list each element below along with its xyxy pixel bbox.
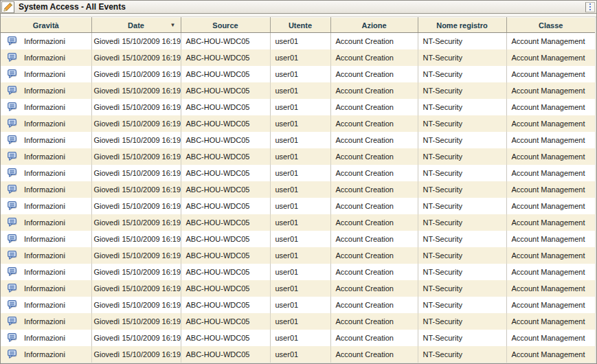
events-table-header-row: GravitàDate▼SourceUtenteAzioneNome regis… xyxy=(1,18,595,33)
information-bubble-icon xyxy=(6,201,18,211)
cell-classe: Account Management xyxy=(506,33,595,49)
cell-utente: user01 xyxy=(270,264,330,280)
cell-gravita: Informazioni xyxy=(1,66,91,82)
cell-utente: user01 xyxy=(270,346,330,363)
table-row[interactable]: InformazioniGiovedì 15/10/2009 16:19:ABC… xyxy=(1,198,595,214)
information-bubble-icon xyxy=(6,283,18,293)
cell-gravita: Informazioni xyxy=(1,264,91,280)
cell-classe: Account Management xyxy=(506,198,595,214)
severity-cell-content: Informazioni xyxy=(5,283,91,293)
severity-label: Informazioni xyxy=(24,218,65,227)
severity-label: Informazioni xyxy=(24,334,65,342)
table-row[interactable]: InformazioniGiovedì 15/10/2009 16:19:ABC… xyxy=(1,132,595,148)
information-bubble-icon xyxy=(6,135,18,145)
column-header-classe[interactable]: Classe xyxy=(506,18,595,33)
severity-cell-content: Informazioni xyxy=(5,85,91,95)
personalize-view-button[interactable] xyxy=(1,1,14,13)
cell-source: ABC-HOU-WDC05 xyxy=(181,346,270,363)
table-row[interactable]: InformazioniGiovedì 15/10/2009 16:19:ABC… xyxy=(1,280,595,297)
cell-azione: Account Creation xyxy=(330,313,418,330)
cell-gravita: Informazioni xyxy=(1,346,91,363)
severity-label: Informazioni xyxy=(24,284,65,293)
severity-label: Informazioni xyxy=(24,317,65,326)
cell-utente: user01 xyxy=(270,99,330,115)
page-title: System Access - All Events xyxy=(19,2,126,12)
severity-cell-content: Informazioni xyxy=(5,217,91,227)
cell-classe: Account Management xyxy=(506,330,595,346)
table-row[interactable]: InformazioniGiovedì 15/10/2009 16:19:ABC… xyxy=(1,214,595,231)
severity-label: Informazioni xyxy=(24,136,65,144)
cell-azione: Account Creation xyxy=(330,198,418,214)
cell-gravita: Informazioni xyxy=(1,99,91,115)
cell-date: Giovedì 15/10/2009 16:19: xyxy=(91,148,181,165)
cell-azione: Account Creation xyxy=(330,247,418,264)
cell-nome_registro: NT-Security xyxy=(418,231,506,247)
cell-utente: user01 xyxy=(270,247,330,264)
cell-source: ABC-HOU-WDC05 xyxy=(181,132,270,148)
cell-gravita: Informazioni xyxy=(1,132,91,148)
table-row[interactable]: InformazioniGiovedì 15/10/2009 16:19:ABC… xyxy=(1,49,595,66)
cell-utente: user01 xyxy=(270,198,330,214)
cell-source: ABC-HOU-WDC05 xyxy=(181,165,270,181)
cell-nome_registro: NT-Security xyxy=(418,66,506,82)
table-row[interactable]: InformazioniGiovedì 15/10/2009 16:19:ABC… xyxy=(1,330,595,346)
view-titlebar: System Access - All Events xyxy=(1,1,596,14)
cell-azione: Account Creation xyxy=(330,330,418,346)
table-row[interactable]: InformazioniGiovedì 15/10/2009 16:19:ABC… xyxy=(1,247,595,264)
table-row[interactable]: InformazioniGiovedì 15/10/2009 16:19:ABC… xyxy=(1,99,595,115)
cell-azione: Account Creation xyxy=(330,181,418,198)
events-view-window: System Access - All Events GravitàDate▼S… xyxy=(0,0,597,364)
table-row[interactable]: InformazioniGiovedì 15/10/2009 16:19:ABC… xyxy=(1,148,595,165)
table-row[interactable]: InformazioniGiovedì 15/10/2009 16:19:ABC… xyxy=(1,115,595,132)
cell-utente: user01 xyxy=(270,330,330,346)
cell-classe: Account Management xyxy=(506,49,595,66)
cell-nome_registro: NT-Security xyxy=(418,280,506,297)
table-row[interactable]: InformazioniGiovedì 15/10/2009 16:19:ABC… xyxy=(1,181,595,198)
severity-cell-content: Informazioni xyxy=(5,266,91,277)
cell-date: Giovedì 15/10/2009 16:19: xyxy=(91,297,181,313)
cell-nome_registro: NT-Security xyxy=(418,330,506,346)
severity-cell-content: Informazioni xyxy=(5,52,91,62)
column-header-utente[interactable]: Utente xyxy=(270,18,330,33)
events-table: GravitàDate▼SourceUtenteAzioneNome regis… xyxy=(1,17,595,363)
table-row[interactable]: InformazioniGiovedì 15/10/2009 16:19:ABC… xyxy=(1,33,595,49)
table-row[interactable]: InformazioniGiovedì 15/10/2009 16:19:ABC… xyxy=(1,264,595,280)
table-row[interactable]: InformazioniGiovedì 15/10/2009 16:19:ABC… xyxy=(1,346,595,363)
cell-gravita: Informazioni xyxy=(1,214,91,231)
table-row[interactable]: InformazioniGiovedì 15/10/2009 16:19:ABC… xyxy=(1,297,595,313)
cell-source: ABC-HOU-WDC05 xyxy=(181,66,270,82)
cell-gravita: Informazioni xyxy=(1,313,91,330)
cell-date: Giovedì 15/10/2009 16:19: xyxy=(91,330,181,346)
severity-label: Informazioni xyxy=(24,70,65,78)
cell-azione: Account Creation xyxy=(330,297,418,313)
severity-cell-content: Informazioni xyxy=(5,151,91,161)
table-row[interactable]: InformazioniGiovedì 15/10/2009 16:19:ABC… xyxy=(1,66,595,82)
cell-date: Giovedì 15/10/2009 16:19: xyxy=(91,132,181,148)
cell-date: Giovedì 15/10/2009 16:19: xyxy=(91,231,181,247)
cell-gravita: Informazioni xyxy=(1,181,91,198)
table-row[interactable]: InformazioniGiovedì 15/10/2009 16:19:ABC… xyxy=(1,313,595,330)
cell-nome_registro: NT-Security xyxy=(418,264,506,280)
severity-cell-content: Informazioni xyxy=(5,234,91,244)
cell-azione: Account Creation xyxy=(330,346,418,363)
cell-source: ABC-HOU-WDC05 xyxy=(181,247,270,264)
column-header-nome_registro[interactable]: Nome registro xyxy=(418,18,506,33)
information-bubble-icon xyxy=(6,299,18,310)
column-header-source[interactable]: Source xyxy=(181,18,270,33)
cell-nome_registro: NT-Security xyxy=(418,115,506,132)
column-header-azione[interactable]: Azione xyxy=(330,18,418,33)
cell-nome_registro: NT-Security xyxy=(418,82,506,99)
information-bubble-icon xyxy=(6,85,18,95)
table-row[interactable]: InformazioniGiovedì 15/10/2009 16:19:ABC… xyxy=(1,165,595,181)
cell-source: ABC-HOU-WDC05 xyxy=(181,33,270,49)
cell-date: Giovedì 15/10/2009 16:19: xyxy=(91,33,181,49)
severity-label: Informazioni xyxy=(24,54,65,62)
cell-nome_registro: NT-Security xyxy=(418,49,506,66)
table-row[interactable]: InformazioniGiovedì 15/10/2009 16:19:ABC… xyxy=(1,82,595,99)
column-header-gravita[interactable]: Gravità xyxy=(1,18,91,33)
panel-splitter-handle[interactable] xyxy=(585,2,595,12)
table-row[interactable]: InformazioniGiovedì 15/10/2009 16:19:ABC… xyxy=(1,231,595,247)
information-bubble-icon xyxy=(6,349,18,359)
column-header-date[interactable]: Date▼ xyxy=(91,18,181,33)
cell-classe: Account Management xyxy=(506,247,595,264)
